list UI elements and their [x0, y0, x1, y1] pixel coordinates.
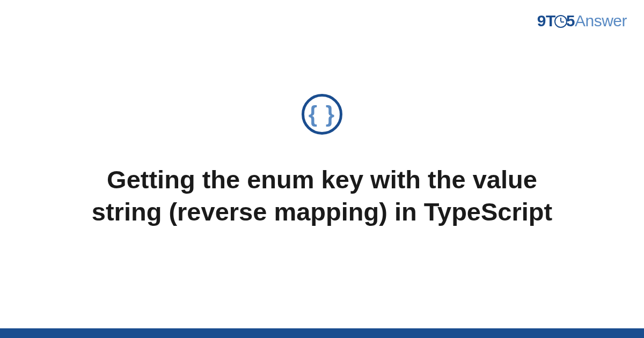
braces-icon: { } [309, 101, 335, 127]
page-title: Getting the enum key with the value stri… [80, 164, 564, 228]
category-badge: { } [302, 94, 342, 135]
main-content: { } Getting the enum key with the value … [0, 0, 644, 338]
footer-accent-bar [0, 328, 644, 338]
